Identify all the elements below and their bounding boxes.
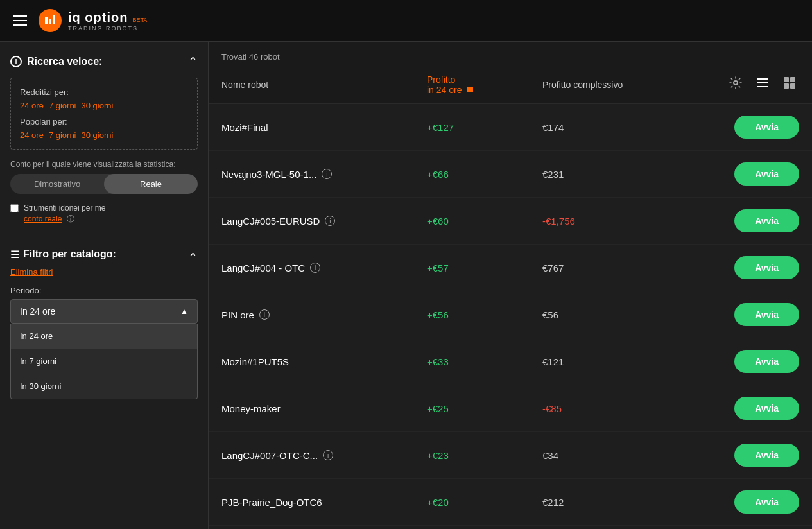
robot-info-icon[interactable]: i <box>259 309 270 320</box>
avvia-button[interactable]: Avvia <box>734 490 799 514</box>
main-layout: i Ricerca veloce: ⌃ Redditizi per: 24 or… <box>0 42 812 529</box>
robot-row: Mozi#Final +€127 €174 Avvia <box>209 104 812 151</box>
grid-view-icon[interactable] <box>780 73 799 96</box>
popolari-24ore[interactable]: 24 ore <box>20 130 44 140</box>
filter-header: ☰ Filtro per catalogo: <box>10 248 116 261</box>
avvia-button[interactable]: Avvia <box>734 397 799 420</box>
quick-search-section: i Ricerca veloce: ⌃ Redditizi per: 24 or… <box>10 55 198 225</box>
settings-icon[interactable] <box>726 73 745 96</box>
col-profit24-header: Profitto in 24 ore <box>427 74 542 95</box>
filter-section: ☰ Filtro per catalogo: ⌃ Elimina filtri … <box>10 248 198 399</box>
robot-row: LangCJ#005-EURUSD i +€60 -€1,756 Avvia <box>209 198 812 245</box>
period-option-24ore[interactable]: In 24 ore <box>11 324 197 349</box>
sort-icon[interactable] <box>467 87 473 92</box>
account-toggle: Dimostrativo Reale <box>10 174 198 194</box>
svg-rect-9 <box>784 83 789 89</box>
quick-search-title: Ricerca veloce: <box>27 56 102 67</box>
robot-row: NOWSAS02 i +€20 €20 Avvia <box>209 526 812 529</box>
quick-search-chevron[interactable]: ⌃ <box>188 55 198 69</box>
svg-rect-5 <box>757 82 768 83</box>
robot-name: Mozin#1PUT5S <box>221 356 427 367</box>
robot-name: PIN ore i <box>221 309 427 320</box>
robot-name: Money-maker <box>221 403 427 414</box>
avvia-button[interactable]: Avvia <box>734 256 799 279</box>
beta-badge: BETA <box>132 17 147 23</box>
svg-rect-10 <box>790 83 795 89</box>
robot-info-icon[interactable]: i <box>322 169 332 179</box>
robot-info-icon[interactable]: i <box>325 216 335 226</box>
robot-row: Money-maker +€25 -€85 Avvia <box>209 385 812 432</box>
robot-row: PJB-Prairie_Dog-OTC6 +€20 €212 Avvia <box>209 479 812 526</box>
robot-name: Nevajno3-MGL-50-1... i <box>221 169 427 180</box>
avvia-button[interactable]: Avvia <box>734 162 799 186</box>
avvia-button[interactable]: Avvia <box>734 303 799 326</box>
conto-reale-link[interactable]: conto reale <box>24 214 62 223</box>
robot-profit24: +€57 <box>427 263 542 273</box>
logo-text: iq option BETA TRADING ROBOTS <box>68 10 147 31</box>
robot-profit24: +€20 <box>427 497 542 508</box>
eliminate-filters-link[interactable]: Elimina filtri <box>10 267 198 277</box>
popolari-links: 24 ore 7 giorni 30 giorni <box>20 130 188 140</box>
popolari-7giorni[interactable]: 7 giorni <box>49 130 76 140</box>
period-option-7giorni[interactable]: In 7 giorni <box>11 349 197 374</box>
avvia-button[interactable]: Avvia <box>734 444 799 467</box>
filter-icon: ☰ <box>10 248 19 261</box>
robot-info-icon[interactable]: i <box>323 450 333 460</box>
robot-overall: €34 <box>542 450 734 461</box>
avvia-button[interactable]: Avvia <box>734 350 799 373</box>
robot-name-text: Mozin#1PUT5S <box>221 356 289 367</box>
period-select[interactable]: In 24 ore ▲ <box>10 299 198 324</box>
redditizi-7giorni[interactable]: 7 giorni <box>49 101 76 110</box>
col-overall-header: Profitto complessivo <box>542 80 726 90</box>
robot-name-text: Money-maker <box>221 403 281 414</box>
col-actions-header <box>726 73 799 96</box>
quick-search-info-icon[interactable]: i <box>10 56 22 67</box>
robot-profit24: +€25 <box>427 403 542 414</box>
question-icon[interactable]: ⓘ <box>67 214 74 223</box>
select-arrow-icon: ▲ <box>180 307 188 316</box>
popolari-30giorni[interactable]: 30 giorni <box>82 130 114 140</box>
redditizi-30giorni[interactable]: 30 giorni <box>82 101 114 110</box>
robot-list: Mozi#Final +€127 €174 Avvia Nevajno3-MGL… <box>209 104 812 529</box>
robot-overall: €212 <box>542 497 734 508</box>
avvia-button[interactable]: Avvia <box>734 116 799 139</box>
robot-profit24: +€23 <box>427 450 542 461</box>
list-view-icon[interactable] <box>753 73 772 96</box>
avvia-button[interactable]: Avvia <box>734 209 799 232</box>
svg-rect-6 <box>757 86 768 87</box>
quick-search-header: i Ricerca veloce: ⌃ <box>10 55 198 69</box>
toggle-real[interactable]: Reale <box>104 174 198 194</box>
robot-name: LangCJ#004 - OTC i <box>221 263 427 273</box>
quick-search-title-row: i Ricerca veloce: <box>10 56 102 67</box>
stat-label: Conto per il quale viene visualizzata la… <box>10 160 198 169</box>
period-select-wrapper: In 24 ore ▲ In 24 ore In 7 giorni In 30 … <box>10 299 198 399</box>
strumenti-checkbox[interactable] <box>10 204 19 212</box>
robot-profit24: +€127 <box>427 122 542 133</box>
logo-sub: TRADING ROBOTS <box>68 25 147 31</box>
filter-chevron[interactable]: ⌃ <box>188 250 198 264</box>
robot-overall: -€1,756 <box>542 216 734 227</box>
quick-search-box: Redditizi per: 24 ore 7 giorni 30 giorni… <box>10 78 198 150</box>
table-header: Nome robot Profitto in 24 ore Profitto c… <box>209 68 812 104</box>
found-robots-label: Trovati 46 robot <box>209 42 812 68</box>
robot-name-text: LangCJ#005-EURUSD <box>221 216 320 227</box>
toggle-demo[interactable]: Dimostrativo <box>10 174 104 194</box>
hamburger-menu[interactable] <box>13 15 27 26</box>
redditizi-24ore[interactable]: 24 ore <box>20 101 44 110</box>
robot-profit24: +€66 <box>427 169 542 180</box>
robot-name-text: Mozi#Final <box>221 122 268 133</box>
robot-info-icon[interactable]: i <box>310 263 320 273</box>
robot-name-text: PJB-Prairie_Dog-OTC6 <box>221 497 322 508</box>
sidebar: i Ricerca veloce: ⌃ Redditizi per: 24 or… <box>0 42 209 529</box>
robot-profit24: +€60 <box>427 216 542 227</box>
robot-overall: -€85 <box>542 403 734 414</box>
robot-row: LangCJ#007-OTC-C... i +€23 €34 Avvia <box>209 432 812 479</box>
period-option-30giorni[interactable]: In 30 giorni <box>11 374 197 399</box>
robot-name-text: Nevajno3-MGL-50-1... <box>221 169 316 180</box>
period-selected-value: In 24 ore <box>20 306 55 317</box>
filter-title: Filtro per catalogo: <box>23 248 116 260</box>
logo-name: iq option <box>68 10 128 25</box>
robot-overall: €767 <box>542 263 734 273</box>
robot-overall: €121 <box>542 356 734 367</box>
col-profit24-label: Profitto <box>427 74 473 85</box>
